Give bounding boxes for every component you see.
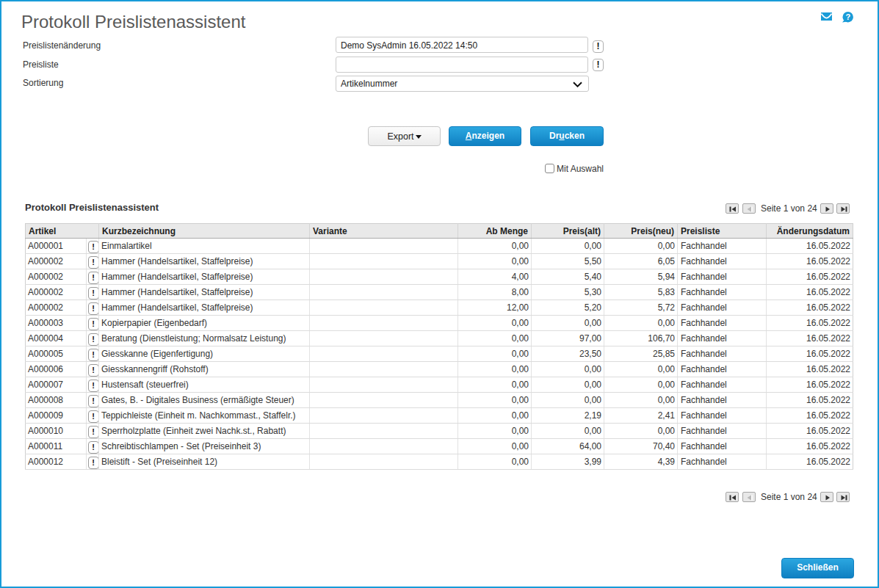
svg-text:?: ? <box>845 12 850 21</box>
